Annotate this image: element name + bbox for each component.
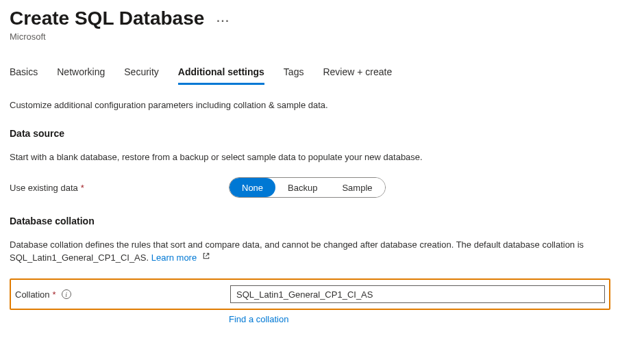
tab-additional-settings[interactable]: Additional settings xyxy=(178,62,264,84)
collation-heading: Database collation xyxy=(10,216,610,226)
collation-input[interactable] xyxy=(230,285,605,303)
option-backup[interactable]: Backup xyxy=(275,178,330,197)
use-existing-data-toggle: None Backup Sample xyxy=(229,177,386,198)
data-source-desc: Start with a blank database, restore fro… xyxy=(10,151,610,164)
tab-review-create[interactable]: Review + create xyxy=(323,62,392,84)
required-star-icon: * xyxy=(81,183,84,193)
collation-field-highlight: Collation * i xyxy=(10,278,610,310)
page-title: Create SQL Database xyxy=(10,7,204,30)
more-actions-icon[interactable]: ... xyxy=(216,12,230,25)
use-existing-data-label: Use existing data * xyxy=(10,183,229,193)
tab-tags[interactable]: Tags xyxy=(284,62,304,84)
tab-basics[interactable]: Basics xyxy=(10,62,38,84)
data-source-heading: Data source xyxy=(10,128,610,139)
option-sample[interactable]: Sample xyxy=(330,178,384,197)
tab-networking[interactable]: Networking xyxy=(57,62,105,84)
collation-desc: Database collation defines the rules tha… xyxy=(10,239,610,265)
collation-label: Collation * i xyxy=(15,289,230,300)
tab-security[interactable]: Security xyxy=(124,62,159,84)
required-star-icon: * xyxy=(53,289,56,300)
external-link-icon xyxy=(202,252,210,262)
publisher-name: Microsoft xyxy=(10,31,610,42)
info-icon[interactable]: i xyxy=(62,289,71,299)
find-a-collation-link[interactable]: Find a collation xyxy=(229,314,288,324)
intro-text: Customize additional configuration param… xyxy=(10,100,610,110)
learn-more-link[interactable]: Learn more xyxy=(151,252,197,263)
option-none[interactable]: None xyxy=(230,178,275,197)
tabs: Basics Networking Security Additional se… xyxy=(10,62,610,85)
